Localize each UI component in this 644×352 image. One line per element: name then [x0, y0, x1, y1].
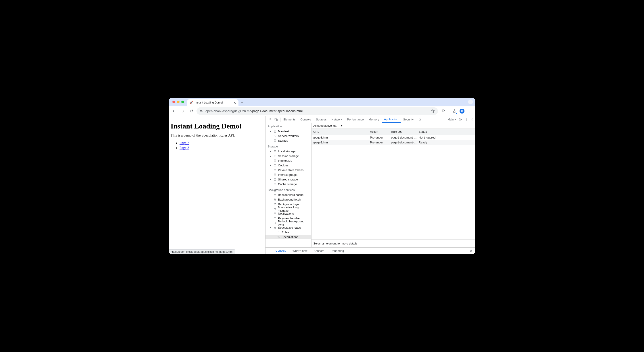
new-tab-button[interactable]	[238, 99, 245, 106]
tab-favicon: 🚀	[189, 101, 193, 104]
device-toggle-icon[interactable]	[274, 118, 278, 121]
content-area: Instant Loading Demo! This is a demo of …	[169, 116, 475, 254]
devtools-tab-more[interactable]	[416, 116, 424, 123]
devtools-tab-application[interactable]: Application	[382, 116, 401, 123]
sidebar-item-manifest[interactable]: ▸Manifest	[266, 129, 311, 134]
sidebar-item-bfcache[interactable]: Back/forward cache	[266, 193, 311, 197]
devtools-close-icon[interactable]	[470, 118, 474, 121]
cell-action: Prerender	[368, 140, 389, 145]
labs-icon[interactable]	[451, 108, 457, 114]
svg-rect-3	[269, 118, 271, 120]
devtools-tab-sources[interactable]: Sources	[314, 116, 329, 123]
sidebar-item-speculations[interactable]: Speculations	[266, 235, 311, 239]
toolbar: open-chalk-asparagus.glitch.me/page1-doc…	[169, 106, 475, 116]
rendered-page: Instant Loading Demo! This is a demo of …	[169, 116, 265, 254]
cell-ruleset: page1-document-…	[389, 140, 417, 145]
devtools-menu-icon[interactable]	[465, 118, 468, 121]
sidebar-item-local-storage[interactable]: ▸Local storage	[266, 149, 311, 154]
settings-icon[interactable]	[459, 118, 462, 121]
tab-strip: 🚀 Instant Loading Demo! ✕	[169, 98, 475, 106]
menu-icon[interactable]	[467, 108, 473, 114]
page-paragraph: This is a demo of the Speculation Rules …	[170, 133, 264, 137]
link-hover-status: https://open-chalk-asparagus.glitch.me/p…	[169, 249, 235, 254]
sidebar-item-session-storage[interactable]: ▸Session storage	[266, 154, 311, 158]
svg-point-23	[274, 194, 276, 195]
page-link[interactable]: Page 2	[180, 141, 189, 145]
cell-ruleset: page1-document-…	[389, 135, 417, 140]
drawer-tab-sensors[interactable]: Sensors	[311, 248, 327, 254]
col-url[interactable]: URL	[312, 129, 368, 135]
col-status[interactable]: Status	[417, 129, 475, 135]
page-heading: Instant Loading Demo!	[170, 122, 264, 130]
site-settings-icon[interactable]	[200, 109, 203, 113]
cell-status: Ready	[417, 140, 475, 145]
devtools-tabbar: Elements Console Sources Network Perform…	[266, 116, 475, 123]
page-link[interactable]: Page 3	[180, 146, 189, 150]
sidebar-item-indexeddb[interactable]: IndexedDB	[266, 158, 311, 163]
sidebar-item-interest-groups[interactable]: Interest groups	[266, 172, 311, 177]
speculations-panel: All speculative loa… ▾ URL Action Rule s…	[312, 123, 475, 247]
extensions-icon[interactable]	[440, 108, 446, 114]
minimize-window-icon[interactable]	[177, 101, 180, 103]
browser-tab[interactable]: 🚀 Instant Loading Demo! ✕	[187, 99, 238, 106]
target-selector[interactable]: Main ▾	[448, 118, 456, 121]
sidebar-group-application: Application	[266, 123, 311, 129]
url-text: open-chalk-asparagus.glitch.me/page1-doc…	[206, 109, 302, 113]
bookmark-icon[interactable]	[431, 109, 435, 113]
svg-rect-13	[274, 151, 276, 152]
sidebar-item-periodic-sync[interactable]: Periodic background sync	[266, 221, 311, 225]
profile-avatar[interactable]: B	[460, 109, 464, 113]
svg-point-6	[460, 119, 461, 120]
sidebar-item-cookies[interactable]: ▸Cookies	[266, 163, 311, 168]
svg-point-21	[274, 178, 276, 179]
back-button[interactable]	[171, 108, 177, 114]
col-action[interactable]: Action	[368, 129, 389, 135]
cell-url: /page3.html	[312, 135, 368, 140]
devtools-tab-memory[interactable]: Memory	[366, 116, 382, 123]
table-header: URL Action Rule set Status	[312, 129, 475, 135]
col-ruleset[interactable]: Rule set	[389, 129, 417, 135]
sidebar-item-storage[interactable]: Storage	[266, 138, 311, 143]
drawer-close-icon[interactable]	[470, 249, 474, 252]
inspect-icon[interactable]	[269, 118, 272, 121]
svg-point-15	[274, 160, 276, 160]
svg-point-12	[274, 140, 276, 140]
svg-point-17	[274, 165, 275, 165]
devtools-tab-performance[interactable]: Performance	[344, 116, 366, 123]
table-row[interactable]: /page3.html Prerender page1-document-… N…	[312, 135, 475, 140]
sidebar-item-cache-storage[interactable]: Cache storage	[266, 182, 311, 186]
maximize-window-icon[interactable]	[181, 101, 184, 103]
browser-window: 🚀 Instant Loading Demo! ✕ open-chalk-asp…	[169, 98, 475, 254]
devtools-tab-security[interactable]: Security	[400, 116, 416, 123]
drawer-tab-whatsnew[interactable]: What's new	[290, 248, 310, 254]
sidebar-item-background-fetch[interactable]: Background fetch	[266, 197, 311, 202]
filter-dropdown[interactable]: All speculative loa… ▾	[313, 124, 342, 127]
svg-point-20	[274, 174, 276, 174]
window-controls	[172, 98, 184, 106]
devtools-tab-network[interactable]: Network	[329, 116, 345, 123]
forward-button[interactable]	[180, 108, 186, 114]
svg-point-29	[269, 252, 270, 252]
svg-rect-5	[276, 119, 278, 121]
svg-point-28	[269, 251, 270, 251]
drawer-tab-console[interactable]: Console	[273, 248, 289, 254]
sidebar-item-service-workers[interactable]: Service workers	[266, 134, 311, 138]
reload-button[interactable]	[188, 108, 194, 114]
svg-point-0	[470, 110, 470, 110]
sidebar-item-rules[interactable]: Rules	[266, 230, 311, 235]
devtools-tab-console[interactable]: Console	[298, 116, 314, 123]
table-row[interactable]: /page2.html Prerender page1-document-… R…	[312, 140, 475, 145]
devtools-tab-elements[interactable]: Elements	[281, 116, 298, 123]
drawer-menu-icon[interactable]	[267, 249, 272, 253]
close-tab-icon[interactable]: ✕	[233, 101, 236, 104]
omnibox[interactable]: open-chalk-asparagus.glitch.me/page1-doc…	[196, 107, 438, 115]
close-window-icon[interactable]	[172, 101, 175, 103]
drawer-tab-rendering[interactable]: Rendering	[328, 248, 346, 254]
tab-search-button[interactable]	[468, 99, 473, 104]
devtools-drawer: Console What's new Sensors Rendering	[266, 247, 475, 254]
svg-point-24	[274, 208, 276, 209]
detail-placeholder: Select an element for more details	[312, 239, 475, 247]
sidebar-item-private-state-tokens[interactable]: Private state tokens	[266, 168, 311, 172]
sidebar-item-bounce-tracking[interactable]: Bounce tracking mitigation	[266, 207, 311, 211]
sidebar-item-shared-storage[interactable]: ▸Shared storage	[266, 177, 311, 182]
